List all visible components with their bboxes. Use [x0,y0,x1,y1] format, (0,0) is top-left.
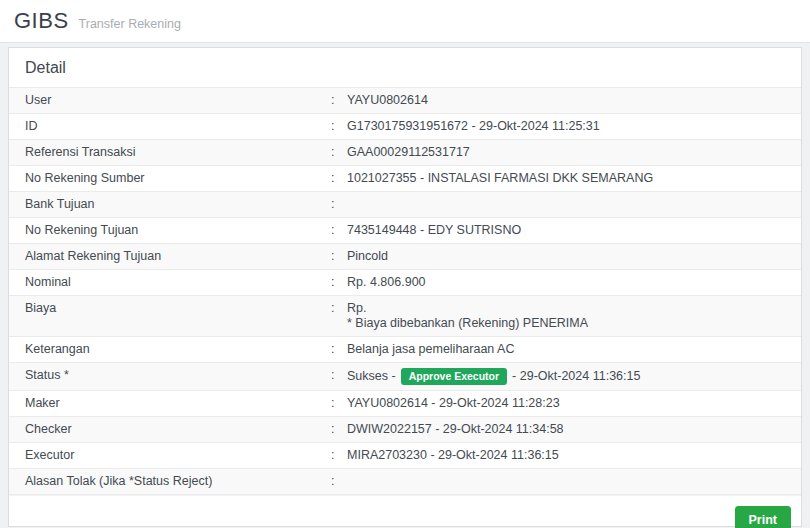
row-label: Alasan Tolak (Jika *Status Reject) [25,474,331,489]
row-label: Biaya [25,301,331,316]
row-colon: : [331,342,347,357]
row-value: MIRA2703230 - 29-Okt-2024 11:36:15 [347,448,785,463]
row-colon: : [331,448,347,463]
app-header: GIBS Transfer Rekening [0,0,810,43]
row-value: YAYU0802614 - 29-Okt-2024 11:28:23 [347,396,785,411]
detail-row: Alasan Tolak (Jika *Status Reject) : [9,469,801,495]
detail-row: Status * : Sukses -Approve Executor- 29-… [9,363,801,391]
row-label: No Rekening Tujuan [25,223,331,238]
detail-row: No Rekening Sumber : 1021027355 - INSTAL… [9,166,801,192]
detail-row: Keterangan : Belanja jasa pemeliharaan A… [9,337,801,363]
row-label: Bank Tujuan [25,197,331,212]
status-badge: Approve Executor [401,368,507,385]
detail-row: Executor : MIRA2703230 - 29-Okt-2024 11:… [9,443,801,469]
row-label: Executor [25,448,331,463]
row-value: Rp.* Biaya dibebankan (Rekening) PENERIM… [347,301,785,331]
detail-row: Bank Tujuan : [9,192,801,218]
row-label: User [25,93,331,108]
status-timestamp: - 29-Okt-2024 11:36:15 [512,369,640,384]
panel-title: Detail [9,48,801,87]
row-value: Rp. 4.806.900 [347,275,785,290]
row-value: Pincold [347,249,785,264]
detail-row: User : YAYU0802614 [9,88,801,114]
content: Detail User : YAYU0802614 ID : G17301759… [0,43,810,527]
row-label: No Rekening Sumber [25,171,331,186]
row-label: Keterangan [25,342,331,357]
detail-row: Referensi Transaksi : GAA00029112531717 [9,140,801,166]
row-value: DWIW2022157 - 29-Okt-2024 11:34:58 [347,422,785,437]
row-label: Checker [25,422,331,437]
print-button[interactable]: Print [735,506,791,528]
app-subtitle: Transfer Rekening [79,11,181,31]
detail-row: ID : G1730175931951672 - 29-Okt-2024 11:… [9,114,801,140]
detail-row: Nominal : Rp. 4.806.900 [9,270,801,296]
row-label: Nominal [25,275,331,290]
row-colon: : [331,422,347,437]
detail-row: Alamat Rekening Tujuan : Pincold [9,244,801,270]
row-value: 1021027355 - INSTALASI FARMASI DKK SEMAR… [347,171,785,186]
row-colon: : [331,145,347,160]
row-colon: : [331,275,347,290]
detail-table: User : YAYU0802614 ID : G173017593195167… [9,87,801,495]
row-colon: : [331,474,347,489]
row-colon: : [331,171,347,186]
row-value: G1730175931951672 - 29-Okt-2024 11:25:31 [347,119,785,134]
row-colon: : [331,197,347,212]
detail-panel: Detail User : YAYU0802614 ID : G17301759… [8,47,802,527]
row-colon: : [331,223,347,238]
row-colon: : [331,301,347,316]
page: GIBS Transfer Rekening Detail User : YAY… [0,0,810,527]
app-title: GIBS [14,8,69,34]
row-label: ID [25,119,331,134]
row-value: Belanja jasa pemeliharaan AC [347,342,785,357]
row-label: Referensi Transaksi [25,145,331,160]
panel-footer: Print [9,495,801,528]
row-value: YAYU0802614 [347,93,785,108]
detail-row: Checker : DWIW2022157 - 29-Okt-2024 11:3… [9,417,801,443]
row-colon: : [331,368,347,383]
row-value-line: Rp. [347,301,785,316]
row-colon: : [331,396,347,411]
row-value: 7435149448 - EDY SUTRISNO [347,223,785,238]
detail-row: No Rekening Tujuan : 7435149448 - EDY SU… [9,218,801,244]
row-value: GAA00029112531717 [347,145,785,160]
row-label: Alamat Rekening Tujuan [25,249,331,264]
row-label: Status * [25,368,331,383]
detail-row: Maker : YAYU0802614 - 29-Okt-2024 11:28:… [9,391,801,417]
row-colon: : [331,119,347,134]
detail-row: Biaya : Rp.* Biaya dibebankan (Rekening)… [9,296,801,337]
status-text: Sukses - [347,369,396,384]
row-label: Maker [25,396,331,411]
row-colon: : [331,249,347,264]
row-value: Sukses -Approve Executor- 29-Okt-2024 11… [347,368,785,385]
row-value-line: * Biaya dibebankan (Rekening) PENERIMA [347,316,785,331]
row-colon: : [331,93,347,108]
